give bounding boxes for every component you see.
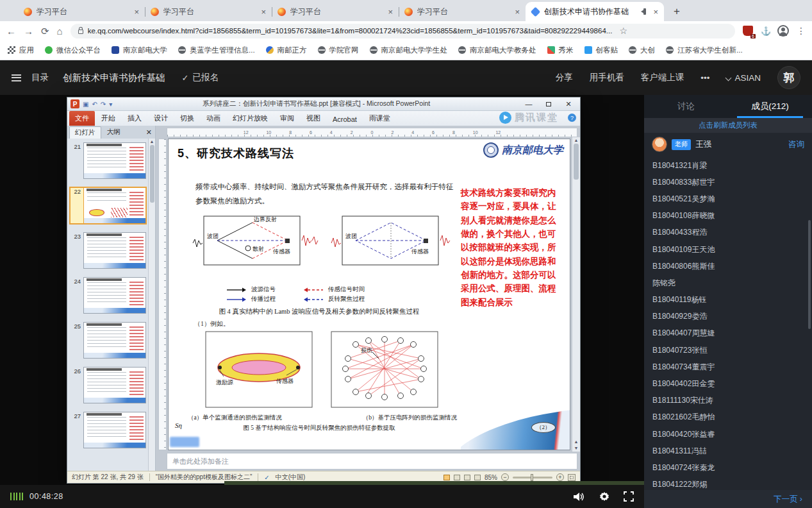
- next-page-button[interactable]: 下一页: [774, 494, 798, 505]
- slide-thumbnail-selected[interactable]: 22: [70, 187, 146, 224]
- redo-icon[interactable]: ↷: [101, 101, 106, 108]
- fit-to-window-button[interactable]: [568, 474, 576, 481]
- thumbnail-scrollbar[interactable]: ▲: [148, 139, 155, 471]
- slide-thumbnail[interactable]: 24: [70, 277, 146, 314]
- zoom-slider[interactable]: [513, 477, 552, 478]
- close-window-button[interactable]: ✕: [560, 100, 577, 108]
- slide-thumbnail[interactable]: 21: [70, 142, 146, 179]
- close-panel-icon[interactable]: ✕: [146, 128, 153, 137]
- bookmark-item[interactable]: 南京邮电大学: [112, 46, 167, 55]
- slide-thumbnail[interactable]: 23: [70, 232, 146, 269]
- quick-access-toolbar[interactable]: ▣↶↷▾: [83, 101, 112, 108]
- ribbon-tab-file[interactable]: 文件: [69, 111, 95, 126]
- close-icon[interactable]: ×: [653, 7, 658, 17]
- bookmark-item[interactable]: 南京邮电大学教务处: [458, 46, 536, 55]
- share-button[interactable]: 分享: [556, 72, 573, 83]
- bookmark-item[interactable]: 学院官网: [318, 46, 359, 55]
- watch-on-phone-button[interactable]: 用手机看: [590, 72, 624, 83]
- extension-icon[interactable]: ⚓: [761, 26, 770, 35]
- scrollbar-thumb[interactable]: [150, 145, 154, 203]
- client-class-button[interactable]: 客户端上课: [641, 72, 684, 83]
- scroll-up-icon[interactable]: ▲: [150, 139, 154, 144]
- slide-thumbnail[interactable]: 26: [70, 367, 146, 403]
- fullscreen-icon[interactable]: [624, 491, 634, 502]
- bookmark-item[interactable]: 秀米: [547, 46, 574, 55]
- language-status[interactable]: 中文(中国): [276, 473, 306, 482]
- forward-icon[interactable]: →: [24, 26, 33, 36]
- slide-thumbnail[interactable]: 25: [70, 322, 146, 359]
- ribbon-tab-review[interactable]: 审阅: [274, 111, 300, 126]
- normal-view-icon[interactable]: [443, 475, 450, 480]
- browser-menu-icon[interactable]: ⋮: [797, 26, 806, 36]
- bookmark-item[interactable]: 大创: [629, 46, 655, 55]
- ribbon-tab-rainclassroom[interactable]: 雨课堂: [363, 111, 396, 126]
- bookmark-item[interactable]: 微信公众平台: [45, 46, 101, 55]
- browser-tab[interactable]: 学习平台×: [272, 2, 399, 21]
- slideshow-view-icon[interactable]: [474, 475, 481, 480]
- dropdown-icon[interactable]: ▾: [109, 101, 112, 108]
- user-menu[interactable]: ASIAN: [726, 73, 761, 83]
- slide-scrollbar[interactable]: ▲ ▲▼: [572, 137, 580, 452]
- browser-tab[interactable]: 学习平台×: [18, 2, 145, 21]
- ribbon-tab-acrobat[interactable]: Acrobat: [327, 113, 363, 126]
- audio-playing-icon[interactable]: [641, 8, 649, 15]
- close-icon[interactable]: ×: [388, 7, 393, 17]
- ribbon-tab-design[interactable]: 设计: [148, 111, 174, 126]
- tab-outline[interactable]: 大纲: [102, 126, 126, 138]
- zoom-in-button[interactable]: +: [556, 473, 564, 481]
- tab-slides[interactable]: 幻灯片: [69, 126, 101, 139]
- tab-members[interactable]: 成员(212): [728, 95, 812, 118]
- scroll-up-icon[interactable]: ▲: [574, 138, 579, 142]
- tab-discussion[interactable]: 讨论: [644, 95, 728, 118]
- bookmark-item[interactable]: 江苏省大学生创新...: [666, 46, 743, 55]
- address-bar[interactable]: ke.qq.com/webcourse/index.html?cid=18568…: [70, 24, 735, 38]
- sidebar-scrollbar[interactable]: [808, 220, 811, 329]
- bookmark-item[interactable]: 创客贴: [584, 46, 618, 55]
- adblock-extension-icon[interactable]: 6: [743, 26, 753, 36]
- ribbon-tab-transitions[interactable]: 切换: [174, 111, 200, 126]
- previous-slide-icon[interactable]: ▲: [574, 439, 579, 444]
- back-icon[interactable]: ←: [6, 26, 16, 36]
- close-icon[interactable]: ×: [134, 7, 139, 17]
- ribbon-tab-slideshow[interactable]: 幻灯片放映: [227, 111, 274, 126]
- zoom-slider-thumb[interactable]: [531, 474, 533, 481]
- avatar[interactable]: 郭: [777, 66, 800, 89]
- ppt-title-bar[interactable]: P ▣↶↷▾ 系列讲座二：创新计划申请书写作基础.ppt [兼容模式] - Mi…: [67, 97, 580, 111]
- minimize-button[interactable]: —: [520, 100, 537, 108]
- browser-tab[interactable]: 学习平台×: [145, 2, 272, 21]
- home-icon[interactable]: ⌂: [57, 26, 63, 36]
- reload-icon[interactable]: ⟳: [41, 26, 49, 36]
- refresh-members-button[interactable]: 点击刷新成员列表: [644, 118, 812, 133]
- bookmark-apps[interactable]: 应用: [8, 46, 34, 55]
- bookmark-star-icon[interactable]: ☆: [619, 26, 627, 36]
- close-icon[interactable]: ×: [515, 7, 520, 17]
- browser-tab-active[interactable]: 创新技术申请书协作基础×: [526, 2, 664, 21]
- undo-icon[interactable]: ↶: [92, 101, 97, 108]
- help-icon[interactable]: ?: [568, 114, 576, 122]
- browser-tab[interactable]: 学习平台×: [399, 2, 526, 21]
- toc-button[interactable]: 目录: [12, 72, 49, 83]
- bookmark-item[interactable]: 奥蓝学生管理信息...: [178, 46, 255, 55]
- close-icon[interactable]: ×: [261, 7, 266, 17]
- bookmark-item[interactable]: 南京邮电大学学生处: [370, 46, 448, 55]
- maximize-button[interactable]: [540, 100, 557, 108]
- bookmark-item[interactable]: 南邮正方: [266, 46, 307, 55]
- ribbon-tab-home[interactable]: 开始: [95, 111, 121, 126]
- consult-button[interactable]: 咨询: [788, 139, 804, 150]
- sorter-view-icon[interactable]: [454, 475, 460, 480]
- new-tab-button[interactable]: +: [669, 4, 684, 19]
- profile-icon[interactable]: [777, 25, 789, 37]
- zoom-out-button[interactable]: −: [501, 473, 509, 481]
- member-list[interactable]: B18041321肖梁 B18040833郝世宇 B18040521吴梦瀚 B1…: [644, 156, 812, 490]
- next-slide-icon[interactable]: ▼: [574, 446, 579, 450]
- slide-thumbnail[interactable]: 27: [70, 412, 146, 448]
- ribbon-tab-view[interactable]: 视图: [301, 111, 326, 126]
- scrollbar-thumb[interactable]: [574, 144, 579, 180]
- reading-view-icon[interactable]: [464, 475, 470, 480]
- settings-gear-icon[interactable]: [599, 491, 609, 502]
- ribbon-tab-animations[interactable]: 动画: [201, 111, 226, 126]
- volume-icon[interactable]: [574, 492, 585, 502]
- notes-pane[interactable]: 单击此处添加备注: [167, 453, 577, 470]
- save-icon[interactable]: ▣: [83, 101, 88, 108]
- more-button[interactable]: •••: [700, 73, 709, 83]
